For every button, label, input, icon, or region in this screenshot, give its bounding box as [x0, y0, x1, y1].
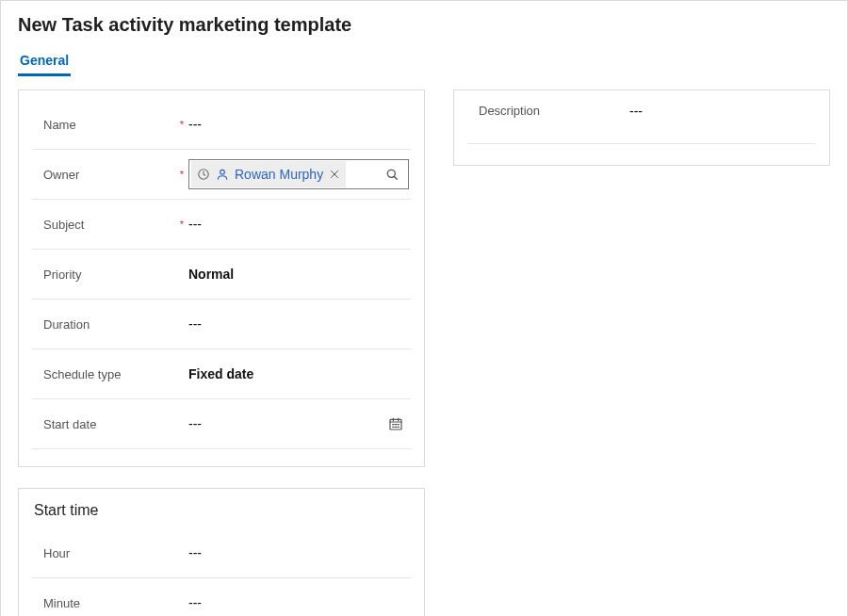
search-icon[interactable] — [376, 167, 408, 182]
field-priority-value[interactable]: Normal — [188, 267, 409, 282]
required-indicator: * — [175, 219, 188, 230]
field-description-value[interactable]: --- — [629, 104, 814, 119]
field-schedule-type-value[interactable]: Fixed date — [188, 366, 409, 381]
field-name-value[interactable]: --- — [188, 117, 409, 132]
required-indicator: * — [175, 119, 188, 130]
svg-point-1 — [220, 170, 225, 174]
owner-chip[interactable]: Rowan Murphy — [191, 161, 346, 187]
calendar-icon[interactable] — [388, 416, 403, 431]
field-description-label: Description — [469, 104, 629, 119]
field-minute[interactable]: Minute --- — [32, 578, 411, 616]
recent-icon — [197, 168, 210, 181]
field-description[interactable]: Description --- — [467, 100, 816, 144]
remove-chip-icon[interactable] — [329, 169, 340, 180]
start-time-title: Start time — [34, 502, 411, 519]
field-start-date[interactable]: Start date --- — [32, 399, 411, 449]
tab-general[interactable]: General — [18, 49, 71, 76]
start-date-text: --- — [188, 416, 202, 431]
field-minute-label: Minute — [34, 596, 175, 610]
owner-chip-text: Rowan Murphy — [235, 167, 323, 182]
svg-point-2 — [387, 170, 395, 177]
field-start-date-value[interactable]: --- — [188, 416, 409, 431]
field-owner: Owner * Rowan Murphy — [32, 150, 411, 200]
page-title: New Task activity marketing template — [18, 14, 830, 36]
field-schedule-type-label: Schedule type — [34, 367, 175, 381]
main-fields-card: Name * --- Owner * — [18, 89, 425, 467]
field-duration-value[interactable]: --- — [188, 316, 409, 332]
field-subject-label: Subject — [34, 218, 175, 232]
owner-lookup[interactable]: Rowan Murphy — [188, 159, 409, 189]
field-start-date-label: Start date — [34, 417, 175, 431]
required-indicator: * — [175, 169, 188, 180]
field-hour[interactable]: Hour --- — [32, 528, 411, 578]
field-minute-value[interactable]: --- — [188, 595, 409, 610]
field-priority[interactable]: Priority Normal — [32, 250, 411, 300]
field-hour-label: Hour — [34, 546, 175, 560]
form-page: New Task activity marketing template Gen… — [0, 0, 848, 616]
field-name[interactable]: Name * --- — [32, 100, 411, 150]
start-time-card: Start time Hour --- Minute --- — [18, 488, 425, 616]
field-name-label: Name — [34, 118, 175, 132]
field-subject[interactable]: Subject * --- — [32, 200, 411, 250]
form-columns: Name * --- Owner * — [18, 89, 830, 616]
left-column: Name * --- Owner * — [18, 89, 425, 616]
field-owner-label: Owner — [34, 168, 175, 182]
field-priority-label: Priority — [34, 267, 175, 282]
field-hour-value[interactable]: --- — [188, 545, 409, 560]
field-duration[interactable]: Duration --- — [32, 300, 411, 349]
person-icon — [216, 168, 229, 181]
tab-bar: General — [18, 49, 830, 76]
field-schedule-type[interactable]: Schedule type Fixed date — [32, 349, 411, 399]
description-card: Description --- — [453, 89, 830, 166]
field-duration-label: Duration — [34, 317, 175, 332]
field-subject-value[interactable]: --- — [188, 217, 409, 232]
